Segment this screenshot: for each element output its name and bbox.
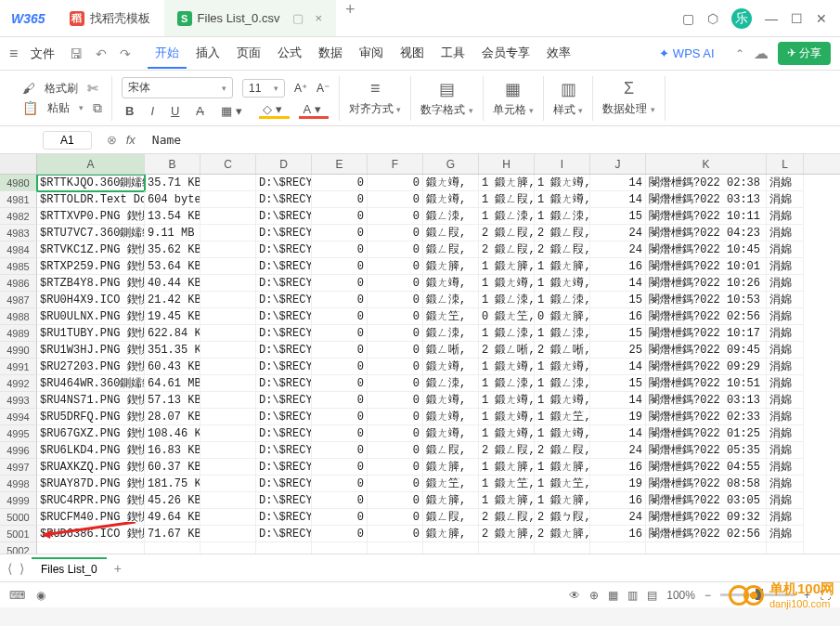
cell[interactable]: 0 <box>368 442 423 459</box>
align-group[interactable]: ≡对齐方式 ▾ <box>340 76 411 121</box>
cell[interactable]: 閿熸枻鎷?022 02:38 <box>646 175 767 191</box>
cell[interactable]: 鍛ㄥ洓, <box>423 325 479 342</box>
cell[interactable] <box>200 225 256 241</box>
row-header[interactable]: 4991 <box>0 359 37 375</box>
cell[interactable]: 0 <box>312 258 368 275</box>
cut-icon[interactable]: ✄ <box>87 81 98 96</box>
strike-button[interactable]: A̶ <box>192 104 208 118</box>
cell[interactable]: D:\$RECYC <box>256 175 312 191</box>
row-header[interactable]: 4999 <box>0 492 37 509</box>
spreadsheet-grid[interactable]: ABCDEFGHIJKL 4980$RTTKJQO.360鍘嬬缉35.71 KB… <box>0 154 840 554</box>
cell[interactable]: 1 鍛ㄤ竴, <box>535 425 590 442</box>
row-header[interactable]: 4995 <box>0 425 37 442</box>
cell[interactable]: 0 <box>368 292 423 308</box>
cell[interactable]: 1 鍛ㄤ笁, <box>535 476 590 492</box>
cell[interactable]: 16 <box>590 492 646 509</box>
cell[interactable]: 1 鍛ㄤ簲, <box>535 258 590 275</box>
cell[interactable]: 涓婂 <box>767 225 804 241</box>
close-icon[interactable]: ✕ <box>816 11 827 26</box>
ribbon-tab-3[interactable]: 公式 <box>270 39 309 69</box>
cell[interactable]: 閿熸枻鎷?022 09:32 <box>646 509 767 526</box>
cell[interactable]: 鍛ㄤ簲, <box>423 459 479 476</box>
cell[interactable] <box>200 308 256 325</box>
cell[interactable]: 2 鍛ㄥ叚, <box>479 241 535 258</box>
user-avatar[interactable]: 乐 <box>731 8 752 29</box>
cell[interactable]: 涓婂 <box>767 509 804 526</box>
cell[interactable]: 涓婂 <box>767 191 804 208</box>
ribbon-tab-1[interactable]: 插入 <box>188 39 227 69</box>
redo-icon[interactable]: ↷ <box>118 45 133 63</box>
cell[interactable]: 0 <box>368 392 423 409</box>
cell[interactable]: $RU1W3HJ.PNG 鍥惧墰 <box>37 342 145 359</box>
cell[interactable]: 閿熸枻鎷?022 05:35 <box>646 442 767 459</box>
cell[interactable]: 1 鍛ㄥ洓, <box>535 208 590 225</box>
cell[interactable]: 35.62 KB <box>145 241 200 258</box>
cell[interactable] <box>200 325 256 342</box>
cell[interactable]: 涓婂 <box>767 375 804 392</box>
cell[interactable]: 鍛ㄤ竴, <box>423 359 479 375</box>
cell[interactable]: 0 <box>368 175 423 191</box>
cell[interactable]: D:\$RECYC <box>256 425 312 442</box>
cell[interactable]: 0 <box>312 476 368 492</box>
cell[interactable] <box>200 292 256 308</box>
collapse-ribbon-icon[interactable]: ⌃ <box>735 47 744 60</box>
cell[interactable]: 19 <box>590 476 646 492</box>
row-header[interactable]: 4987 <box>0 292 37 308</box>
cell[interactable]: 0 <box>312 425 368 442</box>
row-header[interactable]: 4986 <box>0 275 37 292</box>
cell[interactable]: $RU4NS71.PNG 鍥惧墰 <box>37 392 145 409</box>
cell[interactable]: D:\$RECYC <box>256 342 312 359</box>
cell[interactable]: 閿熸枻鎷?022 04:55 <box>646 459 767 476</box>
cell[interactable]: 15 <box>590 325 646 342</box>
cell[interactable]: 21.42 KB <box>145 292 200 308</box>
cell[interactable]: 0 <box>312 325 368 342</box>
cell[interactable]: 1 鍛ㄥ洓, <box>535 325 590 342</box>
cell[interactable]: 閿熸枻鎷?022 02:33 <box>646 409 767 425</box>
cell[interactable]: 鍛ㄥ叚, <box>423 225 479 241</box>
column-header-B[interactable]: B <box>145 154 200 174</box>
underline-button[interactable]: U <box>167 104 183 118</box>
cell[interactable]: D:\$RECYC <box>256 241 312 258</box>
share-button[interactable]: ✈ 分享 <box>778 42 831 65</box>
cell[interactable]: D:\$RECYC <box>256 509 312 526</box>
cell[interactable]: 1 鍛ㄤ簲, <box>535 492 590 509</box>
cell[interactable]: 涓婂 <box>767 342 804 359</box>
cell[interactable] <box>145 542 200 554</box>
column-header-L[interactable]: L <box>767 154 804 174</box>
cell[interactable]: D:\$RECYC <box>256 442 312 459</box>
cell[interactable]: 60.43 KB <box>145 359 200 375</box>
cell[interactable]: 0 <box>368 275 423 292</box>
cell[interactable]: 涓婂 <box>767 292 804 308</box>
cell[interactable]: 鍛ㄥ叚, <box>423 442 479 459</box>
cell[interactable]: 0 <box>312 409 368 425</box>
cancel-formula-icon[interactable]: ⊗ <box>107 133 117 147</box>
cell[interactable]: 涓婂 <box>767 275 804 292</box>
cell[interactable]: 涓婂 <box>767 392 804 409</box>
cell[interactable]: $RU27203.PNG 鍥惧墰 <box>37 359 145 375</box>
cell[interactable]: $RUC4RPR.PNG 鍥惧墰 <box>37 492 145 509</box>
row-header[interactable]: 4989 <box>0 325 37 342</box>
cell[interactable]: 0 鍛ㄤ簲, <box>535 308 590 325</box>
cell[interactable]: 24 <box>590 225 646 241</box>
ribbon-tab-2[interactable]: 页面 <box>229 39 268 69</box>
cell[interactable]: D:\$RECYC <box>256 375 312 392</box>
cell[interactable]: 16 <box>590 526 646 542</box>
row-header[interactable]: 4984 <box>0 241 37 258</box>
record-icon[interactable]: ◉ <box>36 589 45 602</box>
cell[interactable]: 0 <box>312 191 368 208</box>
cell[interactable]: 64.61 MB <box>145 375 200 392</box>
cell[interactable]: 鍛ㄤ簲, <box>423 492 479 509</box>
cell[interactable]: 1 鍛ㄤ簲, <box>479 459 535 476</box>
cell[interactable]: 閿熸枻鎷?022 01:25 <box>646 425 767 442</box>
cell[interactable]: 涓婂 <box>767 175 804 191</box>
cell[interactable]: 1 鍛ㄥ洓, <box>479 292 535 308</box>
cell[interactable] <box>368 542 423 554</box>
cell[interactable] <box>200 342 256 359</box>
cell-group[interactable]: ▦单元格 ▾ <box>484 76 544 121</box>
cell[interactable]: D:\$RECYC <box>256 191 312 208</box>
cell[interactable] <box>200 392 256 409</box>
row-header[interactable]: 4998 <box>0 476 37 492</box>
cell[interactable]: 涓婂 <box>767 442 804 459</box>
cell[interactable]: 16 <box>590 459 646 476</box>
cell[interactable]: 14 <box>590 425 646 442</box>
